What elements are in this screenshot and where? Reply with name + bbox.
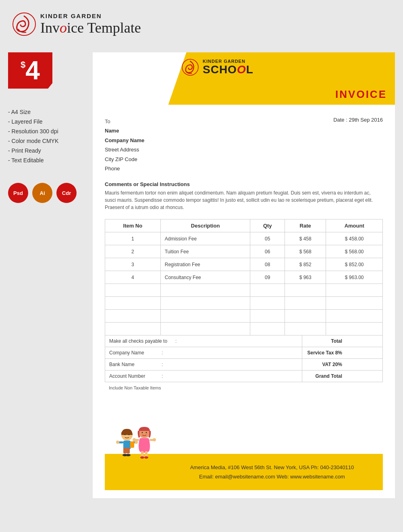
feature-layered: - Layered File [8,118,85,125]
format-ai: Ai [32,183,52,203]
invoice-bottom: America Media, #106 West 56th St. New Yo… [105,426,383,490]
to-street: Street Address [105,145,144,154]
cell-amt-1: $ 458.00 [326,232,383,245]
cell-qty-2: 06 [250,245,285,258]
footer-vat: VAT 20% [302,359,382,370]
left-sidebar: $ 4 - A4 Size - Layered File - Resolutio… [8,52,85,203]
service-tax-label: Service Tax 8% [307,350,342,356]
contact-line2: Email: email@websitename.com Web: www.we… [199,472,345,481]
cell-amt-3: $ 852.00 [326,258,383,271]
cell-item-1: 1 [105,232,161,245]
cell-rate-1: $ 458 [285,232,326,245]
table-row-empty [105,284,383,297]
format-psd: Psd [8,183,28,203]
table-row: 3 Registration Fee 08 $ 852 $ 852.00 [105,258,383,271]
footer-row-service: Company Name : Service Tax 8% [105,347,382,359]
table-row: 4 Consultancy Fee 09 $ 963 $ 963.00 [105,271,383,284]
header-title: Invoice Template [40,19,141,36]
footer-bank-left: Bank Name : [105,359,302,370]
checks-label: Make all checks payable to [109,338,167,344]
svg-point-3 [125,434,126,435]
footer-row-vat: Bank Name : VAT 20% [105,359,382,371]
kids-illustration-icon [113,424,157,468]
invoice-footer: Make all checks payable to : Total Compa… [105,335,383,382]
price-amount: 4 [25,58,40,83]
feature-a4: - A4 Size [8,109,85,115]
table-row: 1 Admission Fee 05 $ 458 $ 458.00 [105,232,383,245]
header-text-block: KINDER GARDEN Invoice Template [40,12,141,36]
invoice-table: Item No Description Qty Rate Amount 1 Ad… [105,219,383,335]
logo-swirl-icon [12,12,36,36]
col-header-desc: Description [160,219,250,232]
svg-point-13 [126,454,131,456]
invoice-title: INVOICE [335,88,387,100]
cell-qty-3: 08 [250,258,285,271]
inv-logo-text: KINDER GARDEN SCHOOL [203,59,253,76]
cell-qty-1: 05 [250,232,285,245]
company-colon: : [162,350,163,356]
inv-school-text: SCHOOL [203,64,253,76]
grand-total-label: Grand Total [316,373,342,379]
footer-row-total: Make all checks payable to : Total [105,335,382,347]
red-o: o [60,20,67,36]
checks-colon: : [175,338,177,344]
cell-rate-2: $ 568 [285,245,326,258]
svg-point-25 [144,456,148,459]
table-row-empty [105,310,383,323]
cell-desc-2: Tuition Fee [160,245,250,258]
cell-item-2: 2 [105,245,161,258]
svg-rect-6 [123,448,127,453]
svg-point-16 [142,432,143,433]
svg-rect-22 [141,451,143,457]
cell-desc-1: Admission Fee [160,232,250,245]
feature-text: - Text Editable [8,157,85,164]
features-list: - A4 Size - Layered File - Resolution 30… [8,109,85,167]
svg-rect-7 [127,448,130,453]
feature-color: - Color mode CMYK [8,138,85,144]
invoice-date: Date : 29th Sep 2016 [333,117,383,173]
to-phone: Phone [105,164,144,173]
col-header-qty: Qty [250,219,285,232]
table-row: 2 Tuition Fee 06 $ 568 $ 568.00 [105,245,383,258]
main-content: $ 4 - A4 Size - Layered File - Resolutio… [8,52,395,498]
footer-checks-label: Make all checks payable to : [105,335,302,347]
footer-account-left: Account Number : [105,371,302,382]
svg-rect-23 [145,451,147,457]
cell-amt-2: $ 568.00 [326,245,383,258]
cell-item-3: 3 [105,258,161,271]
invoice-panel: KINDER GARDEN SCHOOL INVOICE To Name Com… [93,52,395,498]
svg-point-20 [133,438,136,441]
to-name: Name [105,126,144,135]
invoice-to-date: To Name Company Name Street Address City… [105,117,383,173]
cell-item-4: 4 [105,271,161,284]
header-section: KINDER GARDEN Invoice Template [8,12,395,36]
inv-logo-swirl-icon [181,58,199,77]
cell-desc-4: Consultancy Fee [160,271,250,284]
cell-rate-3: $ 852 [285,258,326,271]
col-header-rate: Rate [285,219,326,232]
feature-resolution: - Resolution 300 dpi [8,128,85,135]
cell-amt-4: $ 963.00 [326,271,383,284]
total-label: Total [331,338,342,344]
account-colon: : [162,373,163,379]
col-header-amount: Amount [326,219,383,232]
table-row-empty [105,323,383,335]
invoice-title-area: INVOICE [335,88,387,101]
header-logo-area: KINDER GARDEN Invoice Template [12,12,141,36]
comments-text: Mauris fermentum tortor non enim aliquet… [105,189,383,211]
to-company: Company Name [105,136,144,145]
footer-grand-total: Grand Total [302,371,382,382]
vat-label: VAT 20% [322,362,342,367]
account-label: Account Number [109,373,154,379]
bank-colon: : [162,362,163,367]
footer-total: Total [302,335,382,347]
include-note: Include Non Taxable Items [105,382,383,393]
contact-line1: America Media, #106 West 56th St. New Yo… [190,463,354,472]
footer-service-tax: Service Tax 8% [302,347,382,358]
footer-row-grand: Account Number : Grand Total [105,371,382,382]
svg-rect-14 [130,441,134,448]
table-row-empty [105,297,383,310]
svg-point-10 [116,441,119,444]
to-label: To [105,117,144,126]
svg-point-21 [153,438,156,441]
